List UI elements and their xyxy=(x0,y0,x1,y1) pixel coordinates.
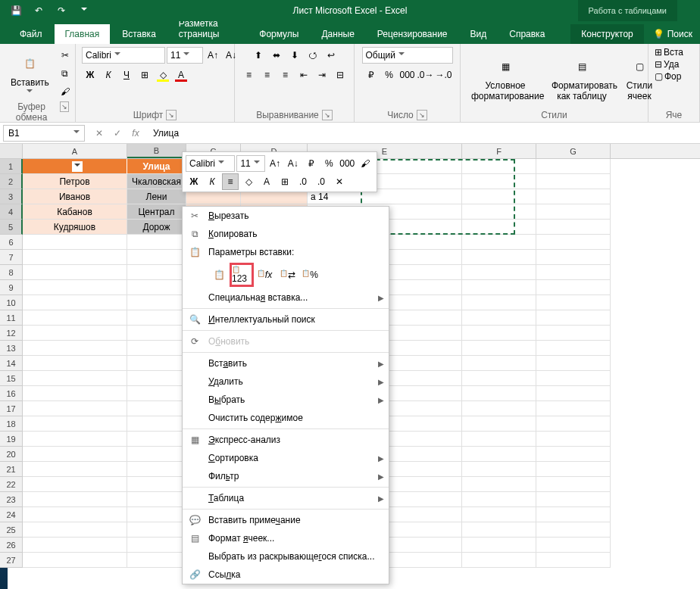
cell[interactable] xyxy=(23,386,127,401)
row-header[interactable]: 3 xyxy=(0,189,23,204)
bold-button[interactable]: Ж xyxy=(82,67,98,83)
mini-bold-icon[interactable]: Ж xyxy=(186,173,202,190)
currency-icon[interactable]: ₽ xyxy=(363,67,380,83)
cell[interactable] xyxy=(23,159,127,174)
row-header[interactable]: 17 xyxy=(0,401,23,416)
cell[interactable] xyxy=(127,507,186,522)
cell[interactable]: Улица xyxy=(127,159,186,174)
cell[interactable] xyxy=(462,295,536,310)
align-left-icon[interactable]: ≡ xyxy=(241,67,258,83)
cell[interactable] xyxy=(23,326,127,341)
cell[interactable] xyxy=(462,447,536,462)
paste-button[interactable]: 📋 Вставить xyxy=(6,50,54,97)
row-header[interactable]: 19 xyxy=(0,432,23,447)
cell[interactable]: Чкаловская xyxy=(127,174,186,189)
cell[interactable] xyxy=(536,204,611,220)
select-all-corner[interactable] xyxy=(0,144,23,158)
mini-fill-icon[interactable]: ◇ xyxy=(240,173,257,190)
cell[interactable] xyxy=(23,310,127,326)
cell[interactable] xyxy=(462,220,536,235)
col-header-B[interactable]: B xyxy=(127,144,186,158)
tab-table-design[interactable]: Конструктор xyxy=(570,24,643,44)
font-size-combo[interactable]: 11 xyxy=(167,47,203,64)
ctx-insert[interactable]: Вставить▶ xyxy=(183,354,389,372)
row-header[interactable]: 6 xyxy=(0,235,23,250)
cell[interactable] xyxy=(23,235,127,250)
ctx-pick-from-list[interactable]: Выбрать из раскрывающегося списка... xyxy=(183,547,389,566)
cell[interactable] xyxy=(462,159,536,174)
conditional-formatting-button[interactable]: ▦Условное форматирование xyxy=(467,53,544,103)
cell[interactable] xyxy=(23,492,127,507)
ctx-table[interactable]: Таблица▶ xyxy=(183,489,389,507)
cell[interactable] xyxy=(23,477,127,492)
row-header[interactable]: 18 xyxy=(0,416,23,432)
cell[interactable] xyxy=(127,553,186,568)
cell[interactable] xyxy=(536,477,611,492)
ctx-paste-special[interactable]: Специальная вставка...▶ xyxy=(183,288,389,307)
cell[interactable] xyxy=(23,462,127,477)
align-right-icon[interactable]: ≡ xyxy=(277,67,294,83)
cell[interactable] xyxy=(462,538,536,553)
cell[interactable] xyxy=(127,386,186,401)
qat-customize-icon[interactable] xyxy=(74,2,94,19)
cell[interactable] xyxy=(127,341,186,356)
cell[interactable] xyxy=(536,386,611,401)
cell[interactable] xyxy=(462,553,536,568)
paste-formulas-icon[interactable]: 📋fx xyxy=(254,264,275,285)
cell[interactable] xyxy=(127,295,186,310)
cell[interactable]: Петров xyxy=(23,174,127,189)
tab-review[interactable]: Рецензирование xyxy=(367,24,458,44)
align-center-icon[interactable]: ≡ xyxy=(259,67,276,83)
cell[interactable] xyxy=(462,492,536,507)
align-bottom-icon[interactable]: ⬇ xyxy=(286,47,303,64)
mini-clear-icon[interactable]: ✕ xyxy=(331,173,348,190)
ctx-insert-comment[interactable]: 💬Вставить примечание xyxy=(183,511,389,529)
row-header[interactable]: 16 xyxy=(0,386,23,401)
cell[interactable] xyxy=(23,447,127,462)
cell[interactable]: Кабанов xyxy=(23,204,127,220)
cut-icon[interactable]: ✂ xyxy=(57,47,73,64)
cell[interactable] xyxy=(462,356,536,371)
tell-me-search[interactable]: 💡Поиск xyxy=(645,24,700,44)
ctx-cut[interactable]: ✂ВВырезатьырезать xyxy=(183,207,389,225)
cell[interactable] xyxy=(462,265,536,280)
mini-percent-icon[interactable]: % xyxy=(320,155,337,172)
row-header[interactable]: 26 xyxy=(0,538,23,553)
format-painter-icon[interactable]: 🖌 xyxy=(57,83,73,100)
cell[interactable] xyxy=(462,235,536,250)
mini-format-painter-icon[interactable]: 🖌 xyxy=(357,155,373,172)
indent-dec-icon[interactable]: ⇤ xyxy=(295,67,312,83)
comma-icon[interactable]: 000 xyxy=(399,67,416,83)
cell[interactable] xyxy=(536,371,611,386)
name-box[interactable]: B1 xyxy=(3,125,85,142)
cell[interactable] xyxy=(23,401,127,416)
enter-formula-icon[interactable]: ✓ xyxy=(109,125,126,142)
ctx-link[interactable]: 🔗Ссылка xyxy=(183,566,389,584)
format-as-table-button[interactable]: ▤Форматировать как таблицу xyxy=(547,53,617,103)
cell[interactable] xyxy=(462,326,536,341)
cell[interactable] xyxy=(536,553,611,568)
cell[interactable] xyxy=(23,507,127,522)
cell[interactable] xyxy=(23,416,127,432)
cell[interactable] xyxy=(127,538,186,553)
cell[interactable] xyxy=(127,462,186,477)
tab-file[interactable]: Файл xyxy=(9,24,53,44)
cell[interactable] xyxy=(536,295,611,310)
row-header[interactable]: 2 xyxy=(0,174,23,189)
cell[interactable] xyxy=(23,432,127,447)
cell[interactable] xyxy=(127,235,186,250)
cell[interactable] xyxy=(23,356,127,371)
row-header[interactable]: 7 xyxy=(0,250,23,265)
ctx-smart-lookup[interactable]: 🔍Интеллектуальный поиск xyxy=(183,310,389,329)
cell[interactable] xyxy=(536,235,611,250)
font-color-button[interactable]: A xyxy=(173,67,189,83)
cell[interactable] xyxy=(127,432,186,447)
font-name-combo[interactable]: Calibri xyxy=(82,47,165,64)
paste-all-icon[interactable]: 📋 xyxy=(208,264,230,285)
clipboard-launcher[interactable]: ↘ xyxy=(60,101,69,112)
paste-formatting-icon[interactable]: 📋% xyxy=(299,264,320,285)
mini-comma-icon[interactable]: 000 xyxy=(339,155,355,172)
cell[interactable] xyxy=(536,341,611,356)
format-cells-icon[interactable]: ▢ xyxy=(655,71,663,82)
cell[interactable] xyxy=(536,522,611,538)
